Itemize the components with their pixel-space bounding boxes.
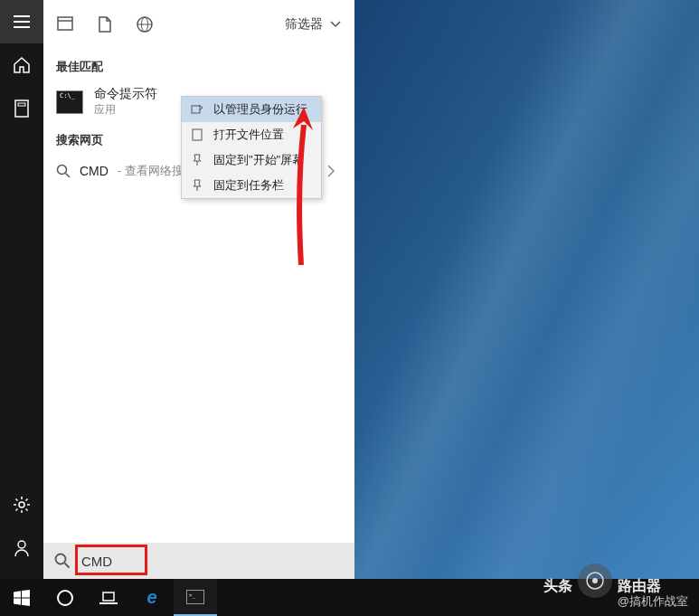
svg-line-14 bbox=[65, 564, 70, 568]
svg-rect-4 bbox=[58, 17, 72, 30]
page-icon bbox=[99, 16, 111, 33]
watermark-account: @搞机作战室 bbox=[618, 594, 688, 609]
watermark-brand: 头条 bbox=[543, 577, 572, 596]
start-button[interactable] bbox=[0, 579, 43, 616]
context-label: 固定到任务栏 bbox=[213, 177, 284, 194]
home-icon bbox=[13, 56, 31, 74]
cortana-icon bbox=[56, 589, 74, 607]
pin-icon bbox=[190, 179, 204, 192]
settings-button[interactable] bbox=[0, 483, 43, 526]
context-label: 以管理员身份运行 bbox=[213, 101, 307, 118]
svg-point-13 bbox=[56, 554, 66, 564]
context-label: 打开文件位置 bbox=[213, 127, 284, 143]
svg-point-3 bbox=[18, 541, 25, 548]
account-button[interactable] bbox=[0, 526, 43, 570]
context-pin-taskbar[interactable]: 固定到任务栏 bbox=[182, 173, 321, 198]
windows-icon bbox=[14, 590, 30, 606]
context-label: 固定到"开始"屏幕 bbox=[213, 152, 304, 168]
cortana-button[interactable] bbox=[43, 579, 87, 616]
cmd-icon: C:\_ bbox=[56, 90, 83, 114]
context-open-location[interactable]: 打开文件位置 bbox=[182, 122, 321, 147]
search-icon bbox=[54, 553, 71, 569]
router-icon bbox=[585, 571, 605, 591]
admin-icon bbox=[190, 103, 204, 116]
edge-button[interactable]: e bbox=[130, 579, 174, 616]
documents-button[interactable] bbox=[0, 87, 43, 130]
document-icon bbox=[14, 100, 30, 118]
svg-point-2 bbox=[19, 502, 24, 507]
filter-dropdown[interactable]: 筛选器 bbox=[285, 16, 341, 33]
hamburger-icon bbox=[14, 15, 30, 28]
folder-icon bbox=[190, 128, 204, 141]
web-result-title: CMD bbox=[80, 164, 109, 178]
watermark: 头条 路由器 @搞机作战室 bbox=[543, 564, 688, 609]
watermark-title: 路由器 bbox=[618, 577, 688, 594]
taskview-button[interactable] bbox=[87, 579, 130, 616]
taskview-icon bbox=[99, 591, 118, 605]
svg-rect-16 bbox=[103, 592, 114, 601]
search-box[interactable] bbox=[43, 543, 354, 579]
context-run-admin[interactable]: 以管理员身份运行 bbox=[182, 97, 321, 122]
documents-tab[interactable] bbox=[99, 16, 111, 33]
user-icon bbox=[14, 539, 30, 557]
expand-arrow[interactable] bbox=[327, 165, 342, 177]
search-header: 筛选器 bbox=[43, 0, 354, 50]
result-title: 命令提示符 bbox=[94, 86, 157, 102]
chevron-down-icon bbox=[330, 21, 341, 28]
svg-rect-1 bbox=[18, 103, 25, 106]
menu-button[interactable] bbox=[0, 0, 43, 43]
svg-point-9 bbox=[58, 166, 67, 175]
chevron-right-icon bbox=[327, 165, 335, 177]
apps-tab[interactable] bbox=[57, 16, 73, 33]
gear-icon bbox=[13, 496, 31, 514]
search-panel: 筛选器 最佳匹配 C:\_ 命令提示符 应用 搜索网页 CMD - 查看网络搜 bbox=[43, 0, 354, 543]
watermark-logo bbox=[578, 564, 612, 598]
search-input[interactable] bbox=[80, 550, 143, 573]
result-subtitle: 应用 bbox=[94, 102, 157, 118]
context-pin-start[interactable]: 固定到"开始"屏幕 bbox=[182, 147, 321, 173]
cmd-taskbar-button[interactable]: >_ bbox=[174, 579, 217, 616]
window-icon bbox=[57, 16, 73, 31]
svg-point-19 bbox=[592, 578, 598, 583]
edge-icon: e bbox=[146, 587, 156, 608]
web-tab[interactable] bbox=[137, 16, 153, 33]
svg-line-10 bbox=[66, 174, 71, 178]
home-button[interactable] bbox=[0, 43, 43, 87]
globe-icon bbox=[137, 16, 153, 33]
start-sidebar bbox=[0, 0, 43, 579]
filter-label: 筛选器 bbox=[285, 16, 323, 33]
svg-rect-11 bbox=[192, 106, 200, 113]
context-menu: 以管理员身份运行 打开文件位置 固定到"开始"屏幕 固定到任务栏 bbox=[181, 96, 322, 199]
web-result-subtitle: - 查看网络搜 bbox=[118, 163, 184, 179]
svg-point-15 bbox=[58, 591, 72, 605]
svg-rect-12 bbox=[193, 129, 202, 140]
best-match-label: 最佳匹配 bbox=[43, 50, 354, 81]
pin-icon bbox=[190, 154, 204, 166]
search-icon bbox=[56, 164, 71, 178]
cmd-taskbar-icon: >_ bbox=[186, 590, 204, 604]
